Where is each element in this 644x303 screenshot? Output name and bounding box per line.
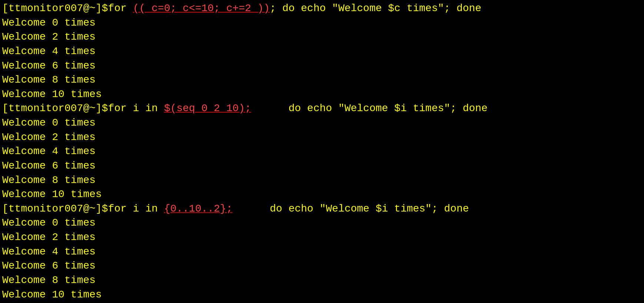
command-highlighted: {0..10..2}; bbox=[164, 203, 233, 214]
terminal-line: Welcome 8 times bbox=[2, 273, 642, 288]
command-after: ; do echo "Welcome $c times"; done bbox=[270, 3, 481, 14]
terminal-line: Welcome 6 times bbox=[2, 159, 642, 173]
terminal-line: Welcome 10 times bbox=[2, 187, 642, 202]
terminal-line: Welcome 2 times bbox=[2, 230, 642, 245]
terminal-line: [ttmonitor007@~]$for (( c=0; c<=10; c+=2… bbox=[2, 1, 642, 16]
command-highlighted: (( c=0; c<=10; c+=2 )) bbox=[133, 3, 270, 14]
terminal-window: [ttmonitor007@~]$for (( c=0; c<=10; c+=2… bbox=[0, 0, 644, 303]
terminal-line: Welcome 10 times bbox=[2, 288, 642, 302]
command-highlighted: $(seq 0 2 10); bbox=[164, 103, 251, 114]
terminal-line: Welcome 10 times bbox=[2, 87, 642, 102]
terminal-line: Welcome 2 times bbox=[2, 130, 642, 145]
terminal-line: [ttmonitor007@~]$for i in $(seq 0 2 10);… bbox=[2, 101, 642, 116]
command-before: for bbox=[108, 3, 133, 14]
terminal-line: Welcome 2 times bbox=[2, 30, 642, 44]
prompt: [ttmonitor007@~]$ bbox=[2, 103, 108, 114]
command-before: for i in bbox=[108, 203, 164, 214]
command-after: do echo "Welcome $i times"; done bbox=[233, 203, 469, 214]
terminal-line: Welcome 0 times bbox=[2, 216, 642, 230]
terminal-line: Welcome 6 times bbox=[2, 59, 642, 73]
terminal-line: Welcome 0 times bbox=[2, 16, 642, 30]
terminal-line: Welcome 8 times bbox=[2, 73, 642, 87]
command-after: do echo "Welcome $i times"; done bbox=[251, 103, 488, 114]
terminal-line: Welcome 4 times bbox=[2, 44, 642, 59]
terminal-line: Welcome 4 times bbox=[2, 245, 642, 259]
prompt: [ttmonitor007@~]$ bbox=[2, 3, 108, 14]
terminal-line: [ttmonitor007@~]$for i in {0..10..2}; do… bbox=[2, 202, 642, 216]
prompt: [ttmonitor007@~]$ bbox=[2, 203, 108, 214]
terminal-line: Welcome 8 times bbox=[2, 173, 642, 188]
command-before: for i in bbox=[108, 103, 164, 114]
terminal-line: Welcome 6 times bbox=[2, 259, 642, 273]
terminal-line: Welcome 4 times bbox=[2, 144, 642, 159]
terminal-line: Welcome 0 times bbox=[2, 116, 642, 130]
